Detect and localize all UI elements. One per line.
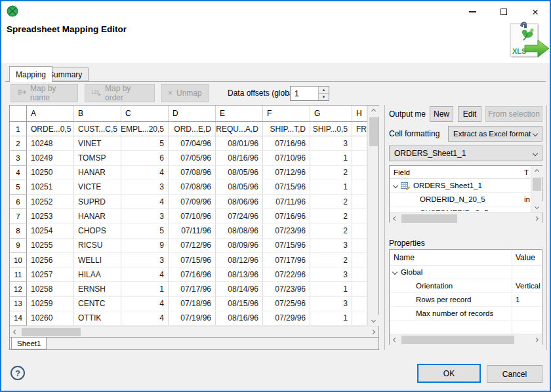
grid-cell[interactable]: 07/23/96 — [263, 282, 310, 296]
grid-cell[interactable]: 08/12/96 — [216, 253, 263, 267]
grid-cell[interactable]: 07/16/96 — [263, 209, 310, 224]
grid-cell[interactable]: 3 — [121, 209, 169, 224]
grid-cell[interactable]: 08/16/96 — [216, 151, 263, 165]
expander-icon[interactable] — [393, 183, 398, 188]
row-header[interactable]: 2 — [10, 136, 27, 151]
property-row-empty[interactable] — [390, 321, 542, 334]
grid-cell[interactable]: CHOPS — [74, 224, 121, 239]
grid-cell[interactable]: 10254 — [27, 224, 74, 239]
tab-mapping[interactable]: Mapping — [9, 66, 52, 82]
grid-cell[interactable]: HILAA — [74, 267, 121, 282]
grid-cell[interactable]: 08/15/96 — [216, 297, 263, 311]
cancel-button[interactable]: Cancel — [487, 365, 542, 383]
grid-cell[interactable] — [352, 224, 367, 239]
grid-cell[interactable] — [352, 282, 367, 296]
tree-field-row[interactable]: CUSTOMERID_C_5 s — [390, 206, 531, 211]
grid-cell[interactable]: 10255 — [27, 239, 74, 253]
maximize-button[interactable] — [493, 4, 514, 20]
grid-cell[interactable]: 07/15/96 — [263, 239, 310, 253]
grid-cell[interactable]: ERNSH — [74, 282, 121, 296]
grid-cell[interactable]: HANAR — [74, 166, 121, 180]
grid-cell[interactable]: 1 — [310, 151, 352, 165]
row-header[interactable]: 10 — [10, 253, 27, 267]
grid-cell[interactable]: 5 — [121, 136, 169, 151]
row-header[interactable]: 9 — [10, 239, 27, 253]
grid-cell[interactable]: 3 — [310, 267, 352, 282]
grid-cell[interactable]: 07/09/96 — [169, 195, 216, 209]
tree-vertical-scrollbar[interactable] — [531, 166, 542, 212]
grid-cell[interactable]: SHIP...0,5 — [310, 122, 352, 136]
property-row-global[interactable]: Global — [390, 265, 542, 279]
scroll-left-icon[interactable] — [10, 326, 21, 338]
grid-cell[interactable]: ORDE...0,5 — [27, 122, 74, 136]
row-header[interactable]: 13 — [10, 297, 27, 311]
help-button[interactable]: ? — [10, 366, 25, 380]
grid-cell[interactable]: 1 — [310, 311, 352, 326]
row-header[interactable]: 6 — [10, 195, 27, 209]
grid-cell[interactable]: 07/16/96 — [169, 267, 216, 282]
grid-hscroll-thumb[interactable] — [22, 328, 81, 336]
scroll-right-icon[interactable] — [367, 326, 378, 338]
grid-cell[interactable]: 10251 — [27, 180, 74, 195]
grid-cell[interactable]: 07/22/96 — [263, 267, 310, 282]
tree-vscroll-thumb[interactable] — [533, 178, 541, 191]
grid-cell[interactable]: 07/17/96 — [263, 253, 310, 267]
grid-cell[interactable]: 3 — [121, 180, 169, 195]
grid-cell[interactable] — [352, 166, 367, 180]
grid-cell[interactable] — [352, 195, 367, 209]
grid-cell[interactable]: 07/08/96 — [169, 166, 216, 180]
tree-node-root[interactable]: ORDERS_Sheet1_1 — [390, 179, 531, 193]
row-header[interactable]: 11 — [10, 267, 27, 282]
column-header-A[interactable]: A — [27, 106, 74, 121]
grid-horizontal-scrollbar[interactable] — [10, 326, 378, 337]
grid-cell[interactable]: EMPL...20,5 — [121, 122, 169, 136]
grid-cell[interactable]: VICTE — [74, 180, 121, 195]
minimize-button[interactable] — [462, 4, 483, 20]
grid-cell[interactable] — [352, 267, 367, 282]
grid-cell[interactable]: 4 — [121, 311, 169, 326]
grid-cell[interactable]: 3 — [310, 239, 352, 253]
tree-hscroll-thumb[interactable] — [401, 214, 457, 223]
scroll-right-icon[interactable] — [531, 334, 542, 345]
row-header[interactable]: 8 — [10, 224, 27, 239]
grid-cell[interactable]: 07/05/96 — [169, 151, 216, 165]
column-header-D[interactable]: D — [169, 106, 216, 121]
grid-cell[interactable]: 07/10/96 — [263, 151, 310, 165]
grid-cell[interactable]: 1 — [310, 180, 352, 195]
grid-cell[interactable]: 2 — [310, 209, 352, 224]
grid-cell[interactable]: 10252 — [27, 195, 74, 209]
grid-cell[interactable]: 08/06/96 — [216, 195, 263, 209]
grid-cell[interactable]: 08/05/96 — [216, 180, 263, 195]
property-row-orientation[interactable]: Orientation Vertical — [390, 279, 542, 293]
grid-cell[interactable]: 10258 — [27, 282, 74, 296]
grid-cell[interactable]: 10253 — [27, 209, 74, 224]
grid-cell[interactable]: 07/15/96 — [263, 180, 310, 195]
grid-cell[interactable]: 10260 — [27, 311, 74, 326]
grid-cell[interactable]: 08/08/96 — [216, 224, 263, 239]
map-by-order-button[interactable]: 123 Map by order — [85, 84, 155, 102]
grid-cell[interactable]: 07/04/96 — [169, 136, 216, 151]
grid-cell[interactable]: ORD...E,D — [169, 122, 216, 136]
row-header[interactable]: 7 — [10, 209, 27, 224]
scroll-left-icon[interactable] — [390, 213, 401, 224]
grid-cell[interactable]: 3 — [310, 297, 352, 311]
grid-cell[interactable]: 08/16/96 — [216, 311, 263, 326]
grid-cell[interactable]: FREIG — [352, 122, 367, 136]
column-header-E[interactable]: E — [216, 106, 263, 121]
ok-button[interactable]: OK — [417, 364, 481, 383]
property-row-max-records[interactable]: Max number of records — [390, 307, 542, 321]
grid-cell[interactable]: 4 — [121, 267, 169, 282]
row-header[interactable]: 3 — [10, 151, 27, 165]
grid-cell[interactable]: SHIP...T,D — [263, 122, 310, 136]
data-offsets-spinner[interactable]: 1 ▲ ▼ — [290, 86, 329, 101]
grid-cell[interactable]: 2 — [310, 253, 352, 267]
tree-horizontal-scrollbar[interactable] — [390, 212, 542, 224]
grid-cell[interactable]: 08/05/96 — [216, 166, 263, 180]
column-header-H[interactable]: H — [352, 106, 367, 121]
grid-cell[interactable]: 10256 — [27, 253, 74, 267]
grid-cell[interactable]: 07/17/96 — [169, 282, 216, 296]
unmap-button[interactable]: × Unmap — [161, 84, 209, 102]
tree-field-row[interactable]: ORDERID_N_20_5 in — [390, 193, 531, 206]
grid-cell[interactable] — [352, 180, 367, 195]
grid-cell[interactable]: 07/08/96 — [169, 180, 216, 195]
